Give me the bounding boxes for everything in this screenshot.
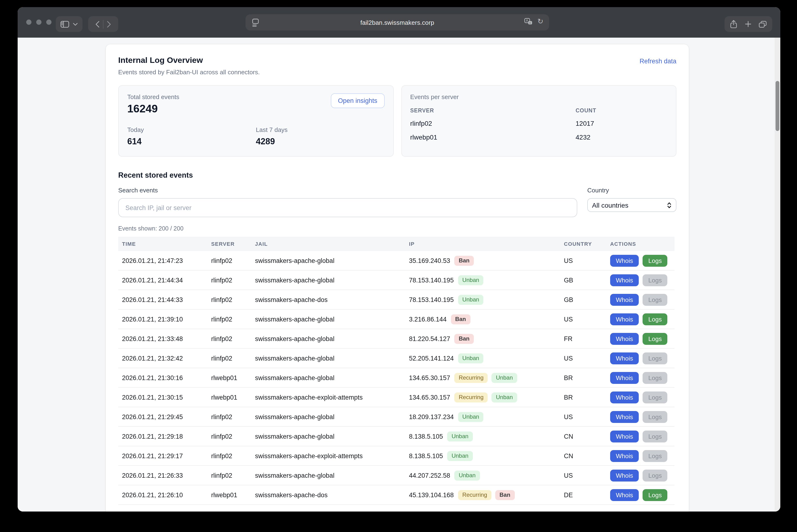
- refresh-data-link[interactable]: Refresh data: [639, 58, 676, 65]
- cell-country: US: [564, 355, 610, 362]
- logs-button[interactable]: Logs: [642, 411, 667, 423]
- sidebar-toggle-button[interactable]: [60, 21, 69, 27]
- cell-time: 2026.01.21, 21:33:48: [122, 335, 211, 342]
- scrollbar-thumb[interactable]: [776, 81, 779, 131]
- whois-button[interactable]: Whois: [610, 391, 639, 403]
- logs-button[interactable]: Logs: [642, 352, 667, 364]
- sidebar-icon: [60, 21, 69, 27]
- logs-button[interactable]: Logs: [642, 430, 667, 442]
- close-window-button[interactable]: [26, 20, 32, 25]
- whois-button[interactable]: Whois: [610, 333, 639, 345]
- col-ip: IP: [409, 241, 564, 247]
- logs-button[interactable]: Logs: [642, 333, 667, 345]
- search-events-label: Search events: [118, 187, 577, 194]
- ip-address: 78.153.140.195: [409, 296, 454, 303]
- screen: fail2ban.swissmakers.corp A x ↻: [0, 0, 797, 532]
- whois-button[interactable]: Whois: [610, 372, 639, 384]
- cell-ip: 35.169.240.53 Ban: [409, 255, 564, 266]
- open-insights-button[interactable]: Open insights: [331, 93, 384, 108]
- scrollbar-track[interactable]: [775, 38, 780, 512]
- logs-button[interactable]: Logs: [642, 391, 667, 403]
- table-row: 2026.01.21, 21:47:23 rlinfp02 swissmaker…: [118, 251, 674, 270]
- cell-jail: swissmakers-apache-global: [255, 413, 409, 420]
- ip-address: 134.65.30.157: [409, 374, 450, 381]
- whois-button[interactable]: Whois: [610, 430, 639, 442]
- ip-address: 3.216.86.144: [409, 316, 447, 323]
- whois-button[interactable]: Whois: [610, 411, 639, 423]
- minimize-window-button[interactable]: [36, 20, 41, 25]
- svg-text:A: A: [526, 19, 528, 22]
- page-settings-icon: [252, 19, 259, 27]
- sidebar-menu-button[interactable]: [73, 23, 78, 25]
- table-row: 2026.01.21, 21:44:34 rlinfp02 swissmaker…: [118, 270, 674, 290]
- whois-button[interactable]: Whois: [610, 489, 639, 501]
- whois-button[interactable]: Whois: [610, 254, 639, 266]
- whois-button[interactable]: Whois: [610, 313, 639, 325]
- cell-actions: Whois Logs: [610, 489, 674, 501]
- col-time: TIME: [122, 241, 211, 247]
- ip-address: 8.138.5.105: [409, 452, 443, 459]
- cell-ip: 3.216.86.144 Ban: [409, 314, 564, 324]
- new-tab-button[interactable]: [745, 21, 751, 27]
- cell-country: US: [564, 413, 610, 420]
- stats-row: Total stored events 16249 Open insights …: [118, 85, 676, 157]
- back-button[interactable]: [95, 21, 99, 27]
- forward-button[interactable]: [107, 21, 111, 27]
- zoom-window-button[interactable]: [46, 20, 52, 25]
- whois-button[interactable]: Whois: [610, 352, 639, 364]
- cell-ip: 81.220.54.127 Ban: [409, 334, 564, 344]
- address-bar[interactable]: fail2ban.swissmakers.corp A x ↻: [246, 14, 549, 31]
- cell-ip: 18.209.137.234 Unban: [409, 412, 564, 422]
- status-badge-recurring: Recurring: [454, 373, 488, 383]
- cell-actions: Whois Logs: [610, 372, 674, 384]
- toolbar-right-group: [725, 16, 772, 32]
- new-tab-icon: [745, 21, 751, 27]
- status-badge-recurring: Recurring: [454, 392, 488, 402]
- search-input[interactable]: [118, 198, 577, 217]
- badge-group: Unban: [458, 294, 484, 305]
- cell-server: rlinfp02: [211, 355, 255, 362]
- translate-button[interactable]: A x: [525, 18, 533, 25]
- country-select[interactable]: All countries: [587, 198, 676, 212]
- cell-jail: swissmakers-apache-global: [255, 355, 409, 362]
- cell-server: rlinfp02: [211, 452, 255, 459]
- cell-time: 2026.01.21, 21:47:23: [122, 257, 211, 264]
- logs-button[interactable]: Logs: [642, 293, 667, 306]
- table-row: 2026.01.21, 21:44:33 rlinfp02 swissmaker…: [118, 290, 674, 309]
- page-content: Internal Log Overview Events stored by F…: [18, 38, 780, 512]
- status-badge-unban: Unban: [454, 470, 480, 480]
- logs-button[interactable]: Logs: [642, 254, 667, 266]
- whois-button[interactable]: Whois: [610, 293, 639, 306]
- server-name: rlinfp02: [410, 119, 576, 127]
- cell-jail: swissmakers-apache-global: [255, 374, 409, 381]
- cell-time: 2026.01.21, 21:29:45: [122, 413, 211, 420]
- logs-button[interactable]: Logs: [642, 274, 667, 286]
- table-row: 2026.01.21, 21:39:10 rlinfp02 swissmaker…: [118, 309, 674, 329]
- logs-button[interactable]: Logs: [642, 313, 667, 325]
- whois-button[interactable]: Whois: [610, 450, 639, 462]
- sidebar-toggle-group: [56, 16, 83, 32]
- badge-group: Ban: [454, 255, 474, 266]
- svg-text:x: x: [530, 21, 531, 24]
- history-nav-group: [88, 16, 118, 32]
- whois-button[interactable]: Whois: [610, 274, 639, 286]
- status-badge-unban: Unban: [447, 451, 473, 461]
- table-row: 2026.01.21, 21:26:33 rlinfp02 swissmaker…: [118, 466, 674, 485]
- whois-button[interactable]: Whois: [610, 469, 639, 481]
- reload-button[interactable]: ↻: [538, 18, 543, 25]
- logs-button[interactable]: Logs: [642, 469, 667, 481]
- cell-time: 2026.01.21, 21:30:16: [122, 374, 211, 381]
- badge-group: Unban: [454, 470, 480, 480]
- share-button[interactable]: [730, 20, 737, 28]
- cell-jail: swissmakers-apache-global: [255, 316, 409, 323]
- logs-button[interactable]: Logs: [642, 450, 667, 462]
- logs-button[interactable]: Logs: [642, 489, 667, 501]
- cell-ip: 78.153.140.195 Unban: [409, 275, 564, 285]
- last7-value: 4289: [256, 137, 385, 147]
- cell-country: CN: [564, 433, 610, 440]
- logs-button[interactable]: Logs: [642, 372, 667, 384]
- page-settings-button[interactable]: [252, 19, 259, 27]
- table-row: 2026.01.21, 21:30:16 rlwebp01 swissmaker…: [118, 368, 674, 388]
- tab-overview-button[interactable]: [759, 21, 766, 27]
- country-label: Country: [587, 187, 676, 194]
